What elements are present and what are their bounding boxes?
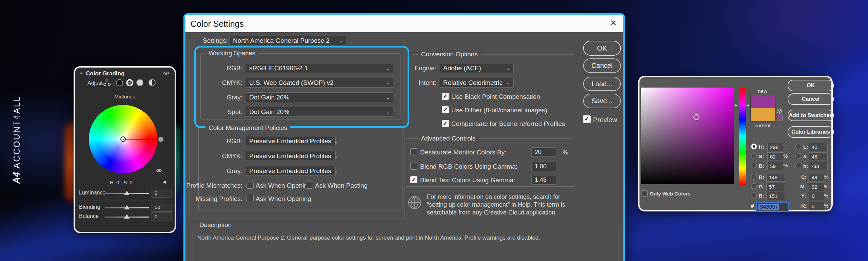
load-button[interactable]: Load... bbox=[583, 77, 621, 91]
panel-visibility-eye-icon[interactable] bbox=[163, 71, 169, 77]
m-unit: % bbox=[824, 184, 828, 189]
c-label: C: bbox=[801, 174, 807, 180]
engine-dropdown[interactable]: Adobe (ACE) ⌄ bbox=[440, 63, 514, 73]
use-dither-checkbox[interactable] bbox=[442, 106, 449, 113]
desaturate-checkbox[interactable] bbox=[410, 148, 417, 155]
b2-input[interactable]: 151 bbox=[766, 192, 785, 200]
slider-label-blending: Blending bbox=[79, 204, 100, 210]
profile-mismatches-label: Profile Mismatches: bbox=[185, 182, 242, 189]
r-input[interactable]: 148 bbox=[766, 173, 785, 182]
only-web-colors-checkbox[interactable] bbox=[642, 190, 648, 197]
web-cube-icon[interactable] bbox=[776, 108, 782, 115]
cmp-cmyk-dropdown[interactable]: Preserve Embedded Profiles ⌄ bbox=[246, 151, 336, 161]
ask-when-opening-checkbox[interactable] bbox=[246, 182, 254, 189]
hue-arrow-left-icon[interactable]: ◂ bbox=[747, 103, 749, 107]
r-radio[interactable] bbox=[751, 174, 757, 180]
desaturate-value[interactable]: 20 bbox=[531, 147, 556, 157]
ok-button[interactable]: OK bbox=[583, 41, 621, 56]
hex-prefix: # bbox=[751, 203, 754, 209]
ws-rgb-dropdown[interactable]: sRGB IEC61966-2.1 ⌄ bbox=[246, 63, 393, 73]
s-unit: % bbox=[783, 153, 788, 159]
l-radio[interactable] bbox=[795, 144, 801, 149]
a-radio[interactable] bbox=[795, 153, 801, 159]
picker-ok-button[interactable]: OK bbox=[788, 80, 834, 91]
ask-when-pasting-checkbox[interactable] bbox=[306, 182, 313, 189]
b2-radio[interactable] bbox=[751, 192, 757, 198]
global-wheel-icon[interactable] bbox=[149, 79, 156, 86]
collapse-left-icon[interactable]: ◀ bbox=[163, 179, 166, 184]
color-wheel-handle[interactable] bbox=[158, 136, 164, 142]
b-lab-radio[interactable] bbox=[795, 163, 801, 168]
ws-cmyk-dropdown[interactable]: U.S. Web Coated (SWOP) v2 ⌄ bbox=[246, 78, 393, 88]
c-input[interactable]: 49 bbox=[809, 173, 824, 182]
panel-collapse-chevron-icon[interactable]: ⌄ bbox=[79, 68, 84, 76]
intent-dropdown[interactable]: Relative Colorimetric ⌄ bbox=[440, 78, 514, 88]
highlights-wheel-icon[interactable] bbox=[136, 79, 143, 86]
desktop: A4 ACCOUNT4ALL ⌄ Color Grading Adjust Mi… bbox=[0, 0, 868, 261]
saturation-field[interactable] bbox=[641, 88, 734, 184]
blend-text-checkbox[interactable] bbox=[410, 176, 417, 183]
web-safe-swatch[interactable] bbox=[777, 115, 783, 120]
balance-slider-thumb[interactable] bbox=[124, 214, 130, 219]
y-input[interactable]: 0 bbox=[809, 192, 824, 200]
brand-watermark: A4 ACCOUNT4ALL bbox=[12, 96, 22, 184]
hex-value-selected: 943997 bbox=[758, 204, 779, 210]
b-lab-input[interactable]: -33 bbox=[809, 162, 828, 170]
save-button[interactable]: Save... bbox=[583, 94, 621, 108]
hue-slider[interactable] bbox=[739, 88, 746, 185]
b-input[interactable]: 59 bbox=[767, 162, 784, 170]
color-libraries-button[interactable]: Color Libraries bbox=[788, 126, 834, 138]
blend-rgb-value[interactable]: 1.00 bbox=[531, 162, 556, 171]
cmp-rgb-dropdown[interactable]: Preserve Embedded Profiles ⌄ bbox=[246, 136, 336, 146]
h-radio[interactable] bbox=[751, 144, 757, 149]
luminance-slider-thumb[interactable] bbox=[124, 191, 130, 195]
k-input[interactable]: 0 bbox=[809, 202, 824, 210]
blend-text-value[interactable]: 1.45 bbox=[531, 175, 556, 185]
wheel-eye-icon[interactable] bbox=[156, 168, 162, 174]
h-input[interactable]: 298 bbox=[767, 143, 784, 151]
s-input[interactable]: 62 bbox=[767, 152, 784, 161]
close-icon[interactable]: ✕ bbox=[610, 18, 617, 28]
balance-value[interactable]: 0 bbox=[152, 212, 172, 221]
g-radio[interactable] bbox=[751, 183, 757, 189]
settings-dropdown[interactable]: North America General Purpose 2 ⌄ bbox=[230, 36, 346, 45]
blend-rgb-checkbox[interactable] bbox=[410, 163, 417, 170]
s-radio[interactable] bbox=[751, 153, 757, 159]
shadows-wheel-icon[interactable] bbox=[116, 79, 123, 86]
hue-arrow-right-icon[interactable]: ▸ bbox=[735, 103, 737, 107]
hex-input[interactable]: 943997 bbox=[756, 202, 789, 212]
l-input[interactable]: 40 bbox=[809, 143, 828, 151]
scene-referred-checkbox[interactable] bbox=[442, 120, 449, 127]
settings-dropdown-value: North America General Purpose 2 bbox=[233, 37, 330, 44]
picker-cancel-button[interactable]: Cancel bbox=[788, 93, 834, 105]
black-point-compensation-checkbox[interactable] bbox=[442, 93, 449, 100]
use-dither-label: Use Dither (8-bit/channel images) bbox=[451, 107, 547, 114]
b-radio[interactable] bbox=[751, 163, 757, 168]
preview-checkbox[interactable] bbox=[583, 115, 591, 123]
blending-slider-thumb[interactable] bbox=[124, 205, 130, 209]
cancel-button[interactable]: Cancel bbox=[583, 58, 621, 73]
ws-gray-dropdown[interactable]: Dot Gain 20% ⌄ bbox=[246, 92, 393, 102]
a-input[interactable]: 48 bbox=[809, 152, 828, 161]
add-to-swatches-button[interactable]: Add to Swatches bbox=[788, 110, 834, 121]
m-input[interactable]: 92 bbox=[809, 183, 824, 191]
y-unit: % bbox=[824, 193, 828, 199]
luminance-value[interactable]: 0 bbox=[152, 189, 172, 198]
ask-when-opening-label: Ask When Opening bbox=[256, 182, 311, 189]
dialog-titlebar[interactable]: Color Settings ✕ bbox=[185, 15, 623, 32]
missing-ask-when-opening-checkbox[interactable] bbox=[246, 195, 254, 202]
three-way-wheels-icon[interactable] bbox=[103, 79, 111, 88]
cmp-gray-dropdown[interactable]: Preserve Embedded Profiles ⌄ bbox=[246, 166, 336, 176]
blending-value[interactable]: 50 bbox=[152, 203, 172, 212]
saturation-field-marker[interactable] bbox=[693, 114, 699, 120]
l-label: L: bbox=[803, 144, 808, 150]
current-color-swatch[interactable] bbox=[750, 108, 775, 122]
intent-label: Intent: bbox=[409, 79, 436, 87]
r-label: R: bbox=[759, 174, 764, 180]
midtones-wheel-icon[interactable] bbox=[126, 79, 133, 86]
ws-spot-dropdown[interactable]: Dot Gain 20% ⌄ bbox=[246, 107, 393, 117]
g-input[interactable]: 57 bbox=[766, 183, 785, 191]
new-swatch-label: new bbox=[750, 88, 775, 94]
adjust-label: Adjust bbox=[87, 80, 102, 86]
chevron-down-icon: ⌄ bbox=[506, 67, 510, 70]
